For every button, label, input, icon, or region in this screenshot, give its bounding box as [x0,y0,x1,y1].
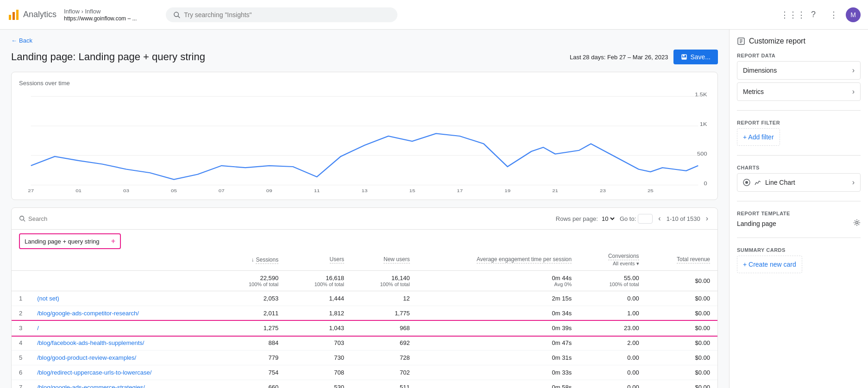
table-row: 2 /blog/google-ads-competitor-research/ … [12,306,717,321]
date-range: Last 28 days: Feb 27 – Mar 26, 2023 [570,54,668,61]
row-dimension[interactable]: /blog/facebook-ads-health-supplements/ [30,336,220,350]
row-sessions: 884 [220,336,286,350]
svg-text:23: 23 [600,188,606,192]
svg-rect-6 [683,55,685,56]
page-info: 1-10 of 1530 [667,215,700,222]
col-engagement[interactable]: Average engagement time per session [417,249,579,271]
summary-cards-section: SUMMARY CARDS + Create new card [737,247,861,273]
chart-svg-wrap: 1.5K 1K 500 0 27 Feb 01 Mar 03 [19,90,710,192]
row-sessions: 660 [220,380,286,388]
svg-text:15: 15 [409,188,415,192]
col-num [12,249,30,271]
row-users: 1,444 [286,291,352,306]
avatar[interactable]: M [846,7,861,22]
create-card-button[interactable]: + Create new card [737,256,802,273]
sidebar-title: Customize report [737,37,861,45]
dimension-tag-plus: + [111,237,115,245]
col-sessions[interactable]: ↓Sessions [220,249,286,271]
prev-page-button[interactable]: ‹ [656,213,662,224]
row-conversions: 0.00 [579,350,646,365]
divider-4 [737,238,861,238]
search-box[interactable] [166,7,397,22]
page-header: Landing page: Landing page + query strin… [11,50,718,64]
help-button[interactable]: ? [805,6,822,23]
row-dimension[interactable]: /blog/good-product-review-examples/ [30,350,220,365]
row-dimension[interactable]: /blog/redirect-uppercase-urls-to-lowerca… [30,365,220,380]
rows-per-page: Rows per page: 10 25 50 [556,215,616,223]
settings-icon [853,219,861,226]
table-row: 1 (not set) 2,053 1,444 12 2m 15s 0.00 $… [12,291,717,306]
eye-icon [743,179,750,186]
row-sessions: 2,011 [220,306,286,321]
row-dimension[interactable]: /blog/google-ads-competitor-research/ [30,306,220,321]
svg-line-4 [178,16,180,18]
svg-text:09: 09 [266,188,272,192]
row-sessions: 779 [220,350,286,365]
goto-input[interactable]: 1 [638,214,653,224]
row-num: 5 [12,350,30,365]
row-engagement: 0m 39s [417,321,579,336]
add-filter-button[interactable]: + Add filter [737,128,780,146]
svg-rect-7 [682,57,686,59]
col-users[interactable]: Users [286,249,352,271]
charts-label: CHARTS [737,165,861,170]
metrics-row[interactable]: Metrics › [737,82,861,101]
report-filter-section: REPORT FILTER + Add filter [737,120,861,146]
row-conversions: 23.00 [579,321,646,336]
svg-rect-0 [9,15,11,20]
svg-rect-2 [16,10,19,20]
row-revenue: $0.00 [647,321,717,336]
dimension-tag[interactable]: Landing page + query string + [19,233,121,249]
line-chart-row[interactable]: Line Chart › [737,173,861,192]
row-users: 730 [286,350,352,365]
row-new-users: 511 [352,380,417,388]
report-template-section: REPORT TEMPLATE Landing page [737,211,861,228]
next-page-button[interactable]: › [704,213,710,224]
table-row: 5 /blog/good-product-review-examples/ 77… [12,350,717,365]
row-engagement: 0m 33s [417,365,579,380]
row-revenue: $0.00 [647,380,717,388]
right-sidebar: Customize report REPORT DATA Dimensions … [729,30,868,388]
col-conversions[interactable]: Conversions All events ▾ [579,249,646,271]
table-row: 7 /blog/google-ads-ecommerce-strategies/… [12,380,717,388]
row-num: 6 [12,365,30,380]
table-row: 3 / 1,275 1,043 968 0m 39s 23.00 $0.00 [12,321,717,336]
row-dimension[interactable]: / [30,321,220,336]
table-search-input[interactable] [28,215,98,222]
back-link[interactable]: ← Back [11,37,32,44]
line-chart-chevron: › [852,178,855,187]
svg-text:17: 17 [457,188,463,192]
report-template-label: REPORT TEMPLATE [737,211,861,216]
row-new-users: 702 [352,365,417,380]
dimensions-row[interactable]: Dimensions › [737,61,861,80]
report-data-label: REPORT DATA [737,53,861,58]
main-content: ← Back Landing page: Landing page + quer… [0,30,729,388]
save-button[interactable]: Save... [673,50,718,64]
template-settings-icon[interactable] [853,219,861,228]
row-dimension[interactable]: (not set) [30,291,220,306]
rows-per-page-select[interactable]: 10 25 50 [600,215,616,223]
template-name: Landing page [737,220,776,227]
row-conversions: 0.00 [579,380,646,388]
summary-cards-label: SUMMARY CARDS [737,247,861,253]
col-revenue[interactable]: Total revenue [647,249,717,271]
table-search[interactable] [19,215,98,222]
svg-text:11: 11 [314,188,320,192]
svg-text:25: 25 [648,188,654,192]
svg-text:07: 07 [219,188,225,192]
row-new-users: 12 [352,291,417,306]
save-icon [681,54,687,60]
col-new-users[interactable]: New users [352,249,417,271]
row-num: 2 [12,306,30,321]
row-engagement: 2m 15s [417,291,579,306]
dimension-tag-label: Landing page + query string [25,238,100,245]
row-revenue: $0.00 [647,350,717,365]
svg-point-39 [745,181,748,184]
row-users: 703 [286,336,352,350]
row-dimension[interactable]: /blog/google-ads-ecommerce-strategies/ [30,380,220,388]
apps-button[interactable]: ⋮⋮⋮ [785,6,801,23]
svg-text:21: 21 [552,188,558,192]
back-label: Back [19,37,32,44]
more-button[interactable]: ⋮ [825,6,842,23]
search-input[interactable] [184,11,390,19]
